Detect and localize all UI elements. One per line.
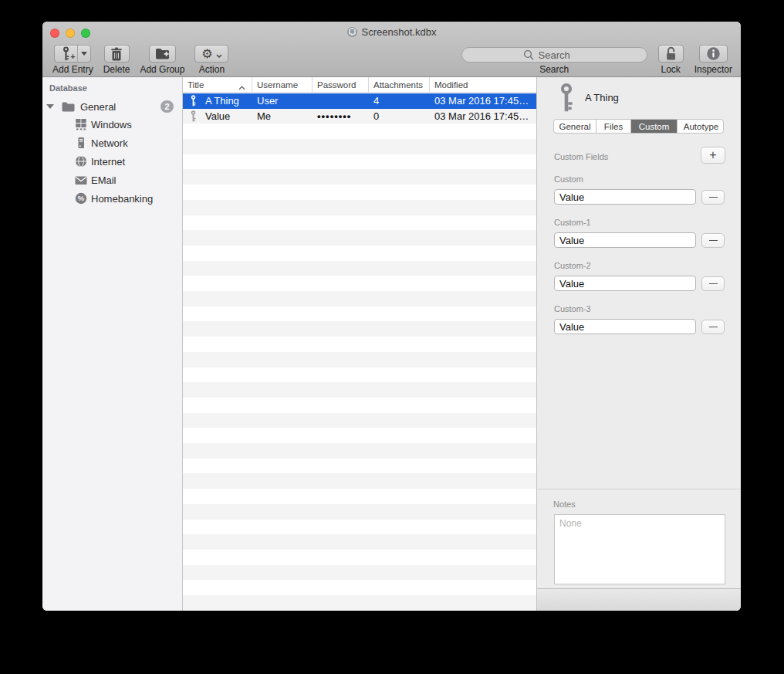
app-window: Screenshot.kdbx + Add Entry Delete <box>42 22 741 611</box>
tab-autotype[interactable]: Autotype <box>678 120 724 133</box>
add-entry-label: Add Entry <box>52 64 93 75</box>
delete-item: Delete <box>103 45 130 75</box>
cell-title: Value <box>183 110 252 122</box>
custom-field-value-input[interactable] <box>554 319 696 334</box>
column-header-title[interactable]: Title <box>183 77 252 92</box>
add-field-button[interactable]: + <box>701 147 725 164</box>
sidebar-item-network[interactable]: Network <box>42 134 182 151</box>
column-header-attachments[interactable]: Attachments <box>369 77 430 92</box>
sidebar-item-email[interactable]: EMail <box>42 171 182 188</box>
add-group-button[interactable] <box>149 45 176 63</box>
tab-general[interactable]: General <box>554 120 596 133</box>
toolbar-items: + Add Entry Delete Add Group <box>52 45 732 75</box>
sidebar-item-internet[interactable]: Internet <box>42 153 182 170</box>
sidebar-item-label: Internet <box>91 156 125 168</box>
add-entry-button[interactable]: + <box>54 45 91 63</box>
minus-icon <box>709 327 718 327</box>
add-group-item: Add Group <box>140 45 184 75</box>
cell-attachments: 4 <box>369 95 430 107</box>
email-icon <box>74 174 87 185</box>
lock-label: Lock <box>661 64 680 75</box>
cell-username: Me <box>252 110 313 122</box>
sidebar-item-label: EMail <box>91 174 117 186</box>
remove-field-button[interactable] <box>701 190 725 205</box>
cell-modified: 03 Mar 2016 17:45… <box>430 110 536 122</box>
chevron-down-icon <box>81 52 87 56</box>
sidebar-group-label: General <box>80 101 116 113</box>
sidebar-item-label: Windows <box>91 119 132 130</box>
tab-files[interactable]: Files <box>596 120 631 133</box>
custom-field-value-input[interactable] <box>554 276 696 291</box>
internet-icon <box>74 155 87 168</box>
action-label: Action <box>199 64 225 75</box>
desktop: Screenshot.kdbx + Add Entry Delete <box>0 0 784 674</box>
network-icon <box>74 137 87 149</box>
custom-field-value-input[interactable] <box>554 189 696 205</box>
sidebar-item-label: Network <box>91 137 128 149</box>
minus-icon <box>709 240 718 241</box>
remove-field-button[interactable] <box>701 276 725 291</box>
notes-label: Notes <box>553 500 576 509</box>
lock-item: Lock <box>658 45 684 75</box>
sidebar-item-windows[interactable]: Windows <box>42 116 182 133</box>
sidebar-section-header: Database <box>49 83 87 93</box>
sidebar-group-general[interactable]: General 2 <box>42 98 182 115</box>
chevron-down-icon <box>216 47 222 61</box>
sidebar-item-homebanking[interactable]: % Homebanking <box>42 190 182 207</box>
entry-title: A Thing <box>585 92 619 103</box>
disclosure-triangle-icon[interactable] <box>46 104 54 109</box>
toolbar-right-group: Search Lock Inspector <box>461 45 732 75</box>
titlebar: Screenshot.kdbx <box>42 26 741 38</box>
search-icon <box>523 49 534 63</box>
table-row[interactable]: A Thing User 4 03 Mar 2016 17:45… <box>183 93 536 109</box>
action-item: ⚙ Action <box>194 45 228 75</box>
table-header: TitleUsernamePasswordAttachmentsModified <box>183 77 536 93</box>
window-title: Screenshot.kdbx <box>362 26 437 38</box>
inspector-label: Inspector <box>694 64 732 75</box>
custom-field-label: Custom-3 <box>554 304 591 313</box>
key-icon <box>559 83 573 116</box>
column-header-modified[interactable]: Modified <box>430 77 536 92</box>
cell-password: •••••••• <box>313 110 369 122</box>
entry-table: TitleUsernamePasswordAttachmentsModified… <box>183 77 536 611</box>
document-proxy-icon <box>347 27 357 37</box>
add-entry-dropdown[interactable] <box>77 46 90 62</box>
column-header-username[interactable]: Username <box>252 77 313 92</box>
remove-field-button[interactable] <box>701 233 725 248</box>
remove-field-button[interactable] <box>701 320 725 334</box>
folder-icon <box>62 102 75 112</box>
custom-field-value-input[interactable] <box>554 232 696 248</box>
svg-text:%: % <box>77 194 84 202</box>
windows-icon <box>74 118 87 130</box>
notes-textarea[interactable] <box>554 514 725 584</box>
custom-field-label: Custom-1 <box>554 218 591 227</box>
inspector-footer <box>537 588 741 611</box>
key-icon <box>191 95 196 107</box>
table-body[interactable]: A Thing User 4 03 Mar 2016 17:45…Value M… <box>183 93 536 611</box>
cell-title: A Thing <box>183 95 252 107</box>
lock-button[interactable] <box>658 45 684 63</box>
search-item: Search <box>461 47 647 75</box>
column-header-password[interactable]: Password <box>313 77 369 92</box>
sidebar-item-label: Homebanking <box>91 193 153 205</box>
main-content: Database General 2 Windows Network Inter… <box>42 77 741 611</box>
gear-icon: ⚙ <box>201 48 212 60</box>
add-entry-item: + Add Entry <box>52 45 93 75</box>
action-button[interactable]: ⚙ <box>194 45 228 63</box>
custom-fields-label: Custom Fields <box>554 152 608 161</box>
key-icon <box>191 110 196 122</box>
search-input[interactable] <box>461 47 647 63</box>
key-plus-icon[interactable]: + <box>55 46 77 62</box>
table-row[interactable]: Value Me •••••••• 0 03 Mar 2016 17:45… <box>183 109 536 124</box>
add-group-label: Add Group <box>140 64 184 75</box>
sort-ascending-icon <box>238 83 245 92</box>
delete-button[interactable] <box>104 45 130 63</box>
tab-custom[interactable]: Custom <box>631 120 678 133</box>
homebanking-icon: % <box>74 192 87 205</box>
minus-icon <box>709 283 718 284</box>
toolbar-left-group: + Add Entry Delete Add Group <box>52 45 228 75</box>
search-label: Search <box>539 64 569 75</box>
inspector-button[interactable] <box>699 45 728 63</box>
entry-count-badge: 2 <box>161 100 174 113</box>
delete-label: Delete <box>103 64 130 75</box>
